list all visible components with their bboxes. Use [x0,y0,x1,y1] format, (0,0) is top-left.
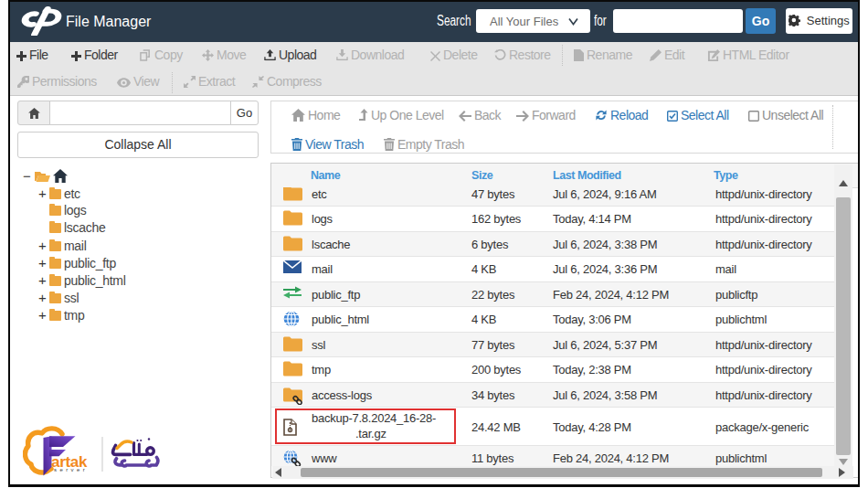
svg-text:server: server [54,467,88,472]
